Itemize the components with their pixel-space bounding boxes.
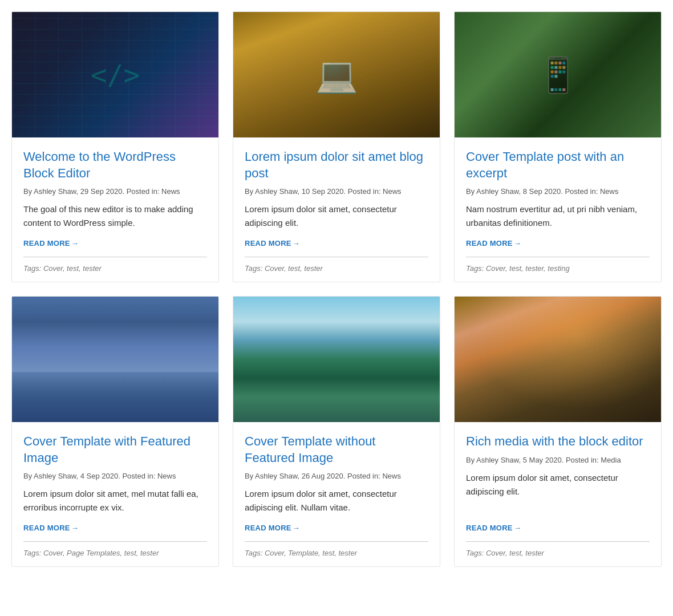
card-excerpt-2: Lorem ipsum dolor sit amet, consectetur …: [245, 202, 428, 230]
card-body-2: Lorem ipsum dolor sit amet blog post By …: [233, 137, 440, 282]
card-tags-5: Tags: Cover, Template, test, tester: [245, 549, 428, 557]
read-more-link-1[interactable]: READ MORE: [23, 239, 207, 248]
card-title-link-4[interactable]: Cover Template with Featured Image: [23, 434, 190, 465]
card-body-6: Rich media with the block editor By Ashl…: [455, 422, 661, 566]
card-tags-2: Tags: Cover, test, tester: [245, 264, 428, 273]
card-body-3: Cover Template post with an excerpt By A…: [455, 137, 661, 282]
card-excerpt-5: Lorem ipsum dolor sit amet, consectetur …: [245, 487, 428, 514]
post-card-2: Lorem ipsum dolor sit amet blog post By …: [233, 11, 440, 282]
card-divider-1: [23, 257, 207, 257]
post-card-4: Cover Template with Featured Image By As…: [11, 296, 219, 567]
card-divider-5: [245, 541, 428, 542]
card-body-4: Cover Template with Featured Image By As…: [12, 422, 218, 566]
card-featured-image-4: [12, 297, 218, 422]
card-title-3: Cover Template post with an excerpt: [466, 149, 650, 181]
card-meta-2: By Ashley Shaw, 10 Sep 2020. Posted in: …: [245, 187, 428, 196]
card-divider-6: [466, 541, 650, 542]
card-title-5: Cover Template without Featured Image: [245, 433, 428, 466]
card-featured-image-1: [12, 12, 218, 137]
card-title-link-5[interactable]: Cover Template without Featured Image: [245, 434, 376, 465]
card-featured-image-3: [455, 12, 661, 137]
card-title-link-6[interactable]: Rich media with the block editor: [466, 434, 643, 448]
card-meta-3: By Ashley Shaw, 8 Sep 2020. Posted in: N…: [466, 187, 650, 196]
card-featured-image-5: [233, 297, 440, 422]
post-card-5: Cover Template without Featured Image By…: [233, 296, 440, 567]
card-title-2: Lorem ipsum dolor sit amet blog post: [245, 149, 428, 181]
card-title-4: Cover Template with Featured Image: [23, 433, 207, 466]
card-divider-4: [23, 541, 207, 542]
post-card-3: Cover Template post with an excerpt By A…: [454, 11, 662, 282]
card-title-link-2[interactable]: Lorem ipsum dolor sit amet blog post: [245, 149, 423, 180]
card-featured-image-6: [455, 297, 661, 422]
card-excerpt-3: Nam nostrum evertitur ad, ut pri nibh ve…: [466, 202, 650, 230]
read-more-link-2[interactable]: READ MORE: [245, 239, 428, 248]
read-more-link-3[interactable]: READ MORE: [466, 239, 650, 248]
card-meta-1: By Ashley Shaw, 29 Sep 2020. Posted in: …: [23, 187, 207, 196]
card-tags-6: Tags: Cover, test, tester: [466, 549, 650, 557]
post-card-6: Rich media with the block editor By Ashl…: [454, 296, 662, 567]
read-more-link-6[interactable]: READ MORE: [466, 524, 650, 532]
card-excerpt-1: The goal of this new editor is to make a…: [23, 202, 207, 230]
card-title-link-3[interactable]: Cover Template post with an excerpt: [466, 149, 624, 180]
card-tags-4: Tags: Cover, Page Templates, test, teste…: [23, 549, 207, 557]
card-divider-2: [245, 257, 428, 257]
card-title-6: Rich media with the block editor: [466, 433, 650, 450]
card-body-1: Welcome to the WordPress Block Editor By…: [12, 137, 218, 282]
card-meta-4: By Ashley Shaw, 4 Sep 2020. Posted in: N…: [23, 472, 207, 480]
card-divider-3: [466, 257, 650, 257]
card-meta-5: By Ashley Shaw, 26 Aug 2020. Posted in: …: [245, 472, 428, 480]
card-excerpt-4: Lorem ipsum dolor sit amet, mel mutat fa…: [23, 487, 207, 514]
card-featured-image-2: [233, 12, 440, 137]
card-title-link-1[interactable]: Welcome to the WordPress Block Editor: [23, 149, 176, 180]
post-grid: Welcome to the WordPress Block Editor By…: [11, 11, 662, 567]
read-more-link-4[interactable]: READ MORE: [23, 524, 207, 532]
card-body-5: Cover Template without Featured Image By…: [233, 422, 440, 566]
post-card-1: Welcome to the WordPress Block Editor By…: [11, 11, 219, 282]
card-meta-6: By Ashley Shaw, 5 May 2020. Posted in: M…: [466, 456, 650, 464]
card-tags-1: Tags: Cover, test, tester: [23, 264, 207, 273]
card-tags-3: Tags: Cover, test, tester, testing: [466, 264, 650, 273]
read-more-link-5[interactable]: READ MORE: [245, 524, 428, 532]
card-title-1: Welcome to the WordPress Block Editor: [23, 149, 207, 181]
card-excerpt-6: Lorem ipsum dolor sit amet, consectetur …: [466, 471, 650, 515]
